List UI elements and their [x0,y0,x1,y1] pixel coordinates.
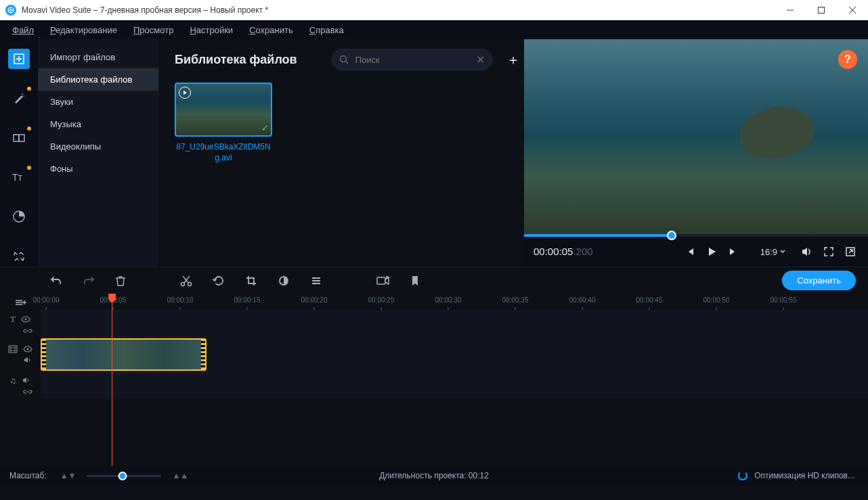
redo-button[interactable] [80,272,97,290]
app-logo-icon [5,5,16,16]
link-icon[interactable] [23,327,32,334]
next-frame-button[interactable] [725,244,741,260]
title-track[interactable] [41,311,868,337]
mute-icon[interactable] [23,356,32,364]
svg-point-8 [340,56,346,62]
marker-button[interactable] [408,272,422,290]
zoom-in-button[interactable]: ▲▲ [169,471,191,480]
visibility-icon[interactable] [23,346,32,353]
prev-frame-button[interactable] [682,244,698,260]
sidebar-item-import[interactable]: Импорт файлов [38,46,158,68]
svg-point-4 [23,96,24,97]
visibility-icon[interactable] [21,316,30,323]
svg-point-10 [181,282,185,286]
ruler-tick: 00:00:40 [569,296,596,304]
tool-stickers[interactable] [8,206,30,227]
window-title: Movavi Video Suite – 7-дневная пробная в… [22,5,775,15]
seek-knob[interactable] [667,231,676,240]
play-button[interactable] [703,244,720,260]
loading-spinner-icon [738,471,747,480]
media-thumb[interactable]: ✓ 87_U29ueSBkaXZlIDM5Ng.avi [175,83,272,163]
timeline-toolbar: Сохранить [0,267,868,294]
tool-import[interactable] [8,49,30,69]
ruler-tick: 00:00:00 [33,296,60,304]
tool-titles[interactable]: Tт [8,167,30,187]
fullscreen-button[interactable] [821,244,837,260]
preview-panel: ? 00:00:05.200 16:9 [524,39,868,267]
volume-button[interactable] [798,243,815,260]
seek-bar[interactable] [524,234,868,237]
sidebar-item-library[interactable]: Библиотека файлов [38,68,158,91]
help-button[interactable]: ? [838,50,857,69]
svg-rect-19 [9,346,17,353]
ruler-tick: 00:00:30 [435,296,462,304]
search-box[interactable]: ✕ [331,49,493,70]
video-clip[interactable] [41,338,207,371]
menu-settings[interactable]: Настройки [183,22,240,38]
sidebar-item-videoclips[interactable]: Видеоклипы [38,135,158,158]
library-title: Библиотека файлов [175,53,297,67]
tool-transitions[interactable] [8,128,30,148]
audio-track-icon: ♫ [9,376,16,386]
svg-text:Tт: Tт [12,172,23,183]
rotate-button[interactable] [210,272,227,290]
sidebar-item-backgrounds[interactable]: Фоны [38,158,158,180]
tool-more[interactable] [8,246,30,267]
minimize-button[interactable] [775,0,806,20]
menu-edit[interactable]: Редактирование [43,22,124,38]
maximize-button[interactable] [806,0,837,20]
timeline-tracks[interactable]: 00:00:0000:00:0500:00:1000:00:1500:00:20… [41,294,868,466]
delete-button[interactable] [112,272,129,290]
audio-track[interactable] [41,372,868,398]
svg-point-17 [386,276,389,279]
record-button[interactable] [374,273,393,289]
menu-save[interactable]: Сохранить [242,22,300,38]
svg-rect-16 [377,277,385,284]
undo-button[interactable] [47,272,65,290]
mute-icon[interactable] [22,376,31,384]
menu-file[interactable]: Файл [5,22,41,38]
menu-help[interactable]: Справка [303,22,351,38]
save-button[interactable]: Сохранить [782,271,856,290]
clip-properties-button[interactable] [307,272,325,290]
split-button[interactable] [177,272,195,290]
tool-effects[interactable] [8,88,30,108]
menu-view[interactable]: Просмотр [127,22,180,38]
title-bar: Movavi Video Suite – 7-дневная пробная в… [0,0,868,20]
video-track[interactable] [41,337,868,372]
add-media-button[interactable]: ＋ [506,49,520,70]
color-adjust-button[interactable] [275,272,292,290]
ruler-tick: 00:00:50 [703,296,730,304]
status-bar: Масштаб: ▲▼ ▲▲ Длительность проекта: 00:… [0,466,868,485]
svg-point-15 [314,282,316,284]
sidebar-item-sounds[interactable]: Звуки [38,91,158,113]
svg-point-13 [313,277,316,279]
zoom-knob[interactable] [118,472,127,480]
audio-track-controls: ♫ [0,372,41,398]
thumb-preview[interactable]: ✓ [175,83,272,137]
zoom-out-button[interactable]: ▲▼ [58,471,79,480]
ruler-tick: 00:00:55 [771,296,797,304]
close-button[interactable] [837,0,868,20]
ruler-tick: 00:00:10 [167,296,194,304]
timeline-ruler[interactable]: 00:00:0000:00:0500:00:1000:00:1500:00:20… [41,294,868,311]
sidebar: Импорт файлов Библиотека файлов Звуки Му… [38,39,158,267]
zoom-slider[interactable] [87,475,161,477]
clear-search-icon[interactable]: ✕ [476,53,485,66]
library-panel: Библиотека файлов ✕ ＋ ✓ 87_U29ueSBkaXZlI… [158,39,524,267]
popout-button[interactable] [842,244,859,260]
search-input[interactable] [355,55,469,65]
sidebar-item-music[interactable]: Музыка [38,113,158,135]
status-message: Оптимизация HD клипов... [754,471,854,480]
ruler-tick: 00:00:15 [234,296,261,304]
title-track-icon: T [10,314,16,325]
crop-button[interactable] [242,272,260,290]
aspect-ratio-dropdown[interactable]: 16:9 [760,247,785,257]
preview-video[interactable] [524,39,868,234]
svg-point-11 [188,282,192,286]
ruler-tick: 00:00:45 [636,296,663,304]
video-track-controls [0,337,41,372]
project-duration: Длительность проекта: 00:12 [379,471,489,480]
playhead[interactable] [112,294,112,466]
link-icon[interactable] [23,388,32,395]
